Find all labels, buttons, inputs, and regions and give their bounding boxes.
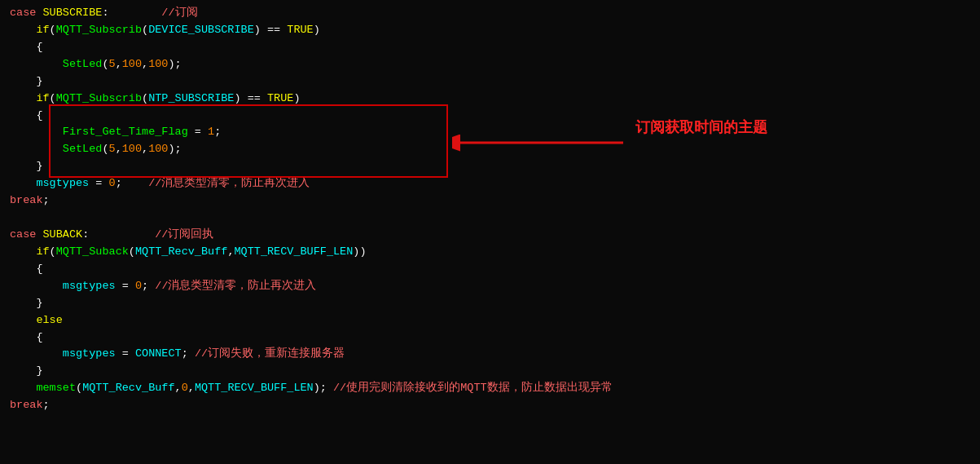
- code-line-22: }: [10, 363, 970, 380]
- code-line-17: msgtypes = 0; //消息类型清零，防止再次进入: [10, 278, 970, 295]
- annotation-arrow: [452, 126, 631, 159]
- code-line-4: SetLed(5,100,100);: [10, 56, 970, 73]
- code-line-14: case SUBACK: //订阅回执: [10, 227, 970, 244]
- code-line-21: msgtypes = CONNECT; //订阅失败，重新连接服务器: [10, 346, 970, 363]
- code-line-10: }: [10, 158, 970, 175]
- code-line-3: {: [10, 39, 970, 56]
- annotation-text: 订阅获取时间的主题: [635, 117, 767, 139]
- code-line-20: {: [10, 329, 970, 347]
- code-line-19: else: [10, 312, 970, 329]
- code-line-23: memset(MQTT_Recv_Buff,0,MQTT_RECV_BUFF_L…: [10, 380, 970, 397]
- code-line-18: }: [10, 295, 970, 312]
- code-line-13: [10, 210, 970, 227]
- code-line-7: {: [10, 108, 970, 125]
- code-line-11: msgtypes = 0; //消息类型清零，防止再次进入: [10, 175, 970, 192]
- code-editor: case SUBSCRIBE: //订阅 if(MQTT_Subscrib(DE…: [0, 0, 980, 419]
- code-line-24: break;: [10, 397, 970, 414]
- code-line-2: if(MQTT_Subscrib(DEVICE_SUBSCRIBE) == TR…: [10, 22, 970, 39]
- code-line-1: case SUBSCRIBE: //订阅: [10, 5, 970, 22]
- code-line-6: if(MQTT_Subscrib(NTP_SUBSCRIBE) == TRUE): [10, 91, 970, 108]
- code-line-16: {: [10, 261, 970, 278]
- code-line-15: if(MQTT_Suback(MQTT_Recv_Buff,MQTT_RECV_…: [10, 244, 970, 261]
- code-line-12: break;: [10, 192, 970, 210]
- code-line-5: }: [10, 73, 970, 91]
